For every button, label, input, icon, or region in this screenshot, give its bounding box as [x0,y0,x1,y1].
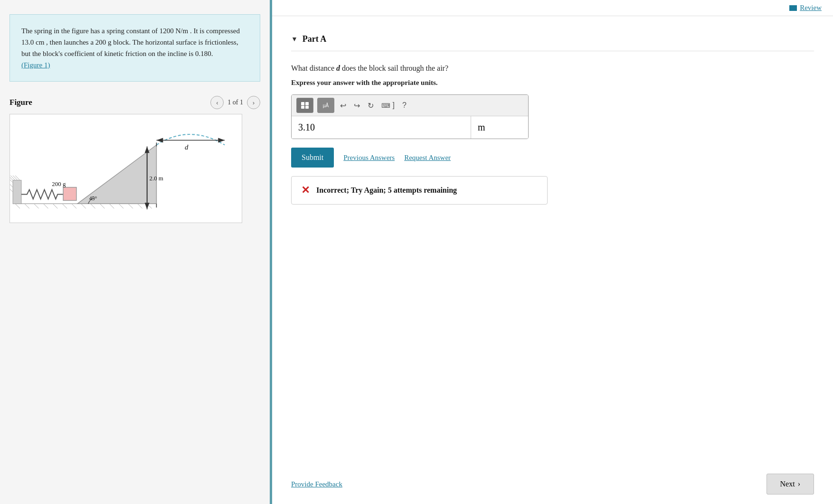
bracket-label: ] [392,101,394,109]
svg-rect-40 [301,102,304,105]
feedback-text: Incorrect; Try Again; 5 attempts remaini… [316,186,457,195]
part-header: ▼ Part A [291,28,814,51]
answer-box: μÅ ↩ ↪ ↻ ⌨ ] ? [291,94,529,139]
figure-title: Figure [9,98,32,107]
actions-row: Submit Previous Answers Request Answer [291,148,814,168]
undo-button[interactable]: ↩ [338,100,348,111]
svg-text:45°: 45° [89,195,97,202]
provide-feedback-link[interactable]: Provide Feedback [291,480,342,488]
next-label: Next [780,480,795,488]
svg-line-12 [119,204,123,208]
figure-canvas: 200 g 45° 2.0 m [9,114,242,223]
svg-line-19 [13,176,18,180]
svg-rect-16 [13,180,21,204]
part-title: Part A [303,34,326,44]
submit-button[interactable]: Submit [291,148,334,168]
matrix-button[interactable] [296,98,313,113]
redo-button[interactable]: ↪ [352,100,362,111]
svg-line-13 [128,204,133,208]
svg-line-2 [25,204,29,208]
variable-d: d [336,64,340,72]
help-button[interactable]: ? [400,100,408,111]
keyboard-button[interactable]: ⌨ ] [379,100,397,111]
problem-description: The spring in the figure has a spring co… [9,14,260,82]
input-row [292,116,528,139]
figure-prev-button[interactable]: ‹ [210,96,224,109]
review-label: Review [800,4,822,12]
svg-line-8 [81,204,86,208]
toolbar-row: μÅ ↩ ↪ ↻ ⌨ ] ? [292,95,528,116]
svg-line-7 [72,204,76,208]
svg-text:2.0 m: 2.0 m [150,175,163,182]
svg-line-14 [138,204,142,208]
figure-svg: 200 g 45° 2.0 m [10,114,242,223]
svg-marker-35 [218,138,225,143]
figure-section: Figure ‹ 1 of 1 › [9,96,260,223]
right-panel: Review ▼ Part A What distance d does the… [272,0,833,504]
request-answer-link[interactable]: Request Answer [404,154,451,162]
figure-counter: 1 of 1 [227,99,243,106]
previous-answers-link[interactable]: Previous Answers [343,154,395,162]
bottom-row: Provide Feedback Next › [272,469,833,504]
feedback-box: ✕ Incorrect; Try Again; 5 attempts remai… [291,176,548,205]
figure-nav: ‹ 1 of 1 › [210,96,260,109]
top-bar: Review [272,0,833,16]
answer-box-inner: μÅ ↩ ↪ ↻ ⌨ ] ? [292,95,528,139]
problem-text: The spring in the figure has a spring co… [21,27,240,57]
figure-link[interactable]: (Figure 1) [21,61,50,69]
svg-rect-43 [305,106,309,109]
figure-next-button[interactable]: › [247,96,260,109]
svg-line-3 [34,204,39,208]
content-area: ▼ Part A What distance d does the block … [272,16,833,469]
svg-line-10 [100,204,104,208]
keyboard-icon: ⌨ [381,102,390,109]
svg-line-11 [109,204,114,208]
review-icon [789,5,797,11]
unit-input[interactable] [471,116,528,139]
svg-text:d: d [185,143,189,151]
incorrect-icon: ✕ [301,184,310,196]
svg-rect-24 [63,187,76,201]
svg-text:200 g: 200 g [52,181,66,187]
review-link[interactable]: Review [789,4,822,12]
part-arrow-icon[interactable]: ▼ [291,36,298,43]
svg-line-9 [91,204,95,208]
svg-line-18 [10,176,15,180]
mu-label: μÅ [323,103,329,108]
svg-line-6 [62,204,67,208]
svg-line-22 [10,183,13,187]
figure-header: Figure ‹ 1 of 1 › [9,96,260,109]
matrix-icon [301,102,309,109]
svg-marker-36 [156,138,163,143]
next-button[interactable]: Next › [767,474,814,495]
mu-button[interactable]: μÅ [317,98,334,113]
svg-rect-42 [301,106,304,109]
svg-line-5 [53,204,57,208]
svg-rect-41 [305,102,309,105]
express-text: Express your answer with the appropriate… [291,79,814,87]
next-arrow-icon: › [798,480,800,488]
svg-line-23 [10,187,13,192]
refresh-button[interactable]: ↻ [366,100,376,111]
value-input[interactable] [292,116,471,139]
svg-line-1 [15,204,20,208]
svg-line-4 [44,204,48,208]
left-panel: The spring in the figure has a spring co… [0,0,271,504]
question-text: What distance d does the block sail thro… [291,63,814,74]
svg-line-20 [15,176,20,180]
